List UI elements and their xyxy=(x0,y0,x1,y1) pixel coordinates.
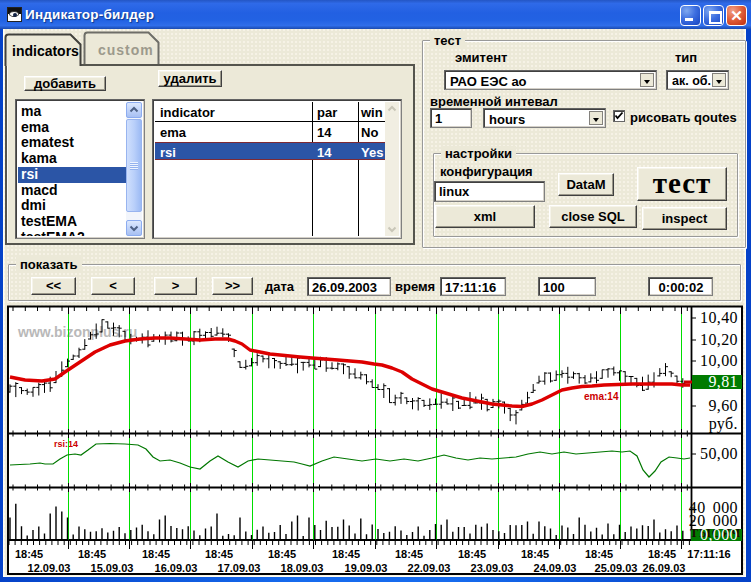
svg-text:26.09.03: 26.09.03 xyxy=(643,562,686,574)
svg-text:18:45: 18:45 xyxy=(142,548,170,560)
svg-text:18:45: 18:45 xyxy=(585,548,613,560)
svg-text:18:45: 18:45 xyxy=(458,548,486,560)
svg-text:rsi:14: rsi:14 xyxy=(54,439,78,449)
svg-text:18:45: 18:45 xyxy=(521,548,549,560)
svg-text:50,00: 50,00 xyxy=(700,445,738,462)
svg-text:25.09.03: 25.09.03 xyxy=(595,562,638,574)
svg-text:0,000: 0,000 xyxy=(700,526,738,543)
svg-text:12.09.03: 12.09.03 xyxy=(28,562,71,574)
svg-text:18:45: 18:45 xyxy=(268,548,296,560)
svg-text:10,20: 10,20 xyxy=(700,331,738,348)
svg-text:18:45: 18:45 xyxy=(15,548,43,560)
svg-text:18.09.03: 18.09.03 xyxy=(281,562,324,574)
svg-text:18:45: 18:45 xyxy=(205,548,233,560)
svg-text:18:45: 18:45 xyxy=(78,548,106,560)
svg-text:17.09.03: 17.09.03 xyxy=(218,562,261,574)
svg-text:19.09.03: 19.09.03 xyxy=(345,562,388,574)
svg-text:18:45: 18:45 xyxy=(332,548,360,560)
svg-text:22.09.03: 22.09.03 xyxy=(408,562,451,574)
svg-text:9,60: 9,60 xyxy=(708,397,738,414)
svg-text:руб.: руб. xyxy=(709,415,738,433)
svg-text:custom: custom xyxy=(98,42,154,58)
svg-text:ema:14: ema:14 xyxy=(584,391,619,402)
svg-text:9,81: 9,81 xyxy=(708,373,738,390)
svg-text:18:45: 18:45 xyxy=(395,548,423,560)
svg-text:indicators: indicators xyxy=(12,43,79,59)
svg-text:24.09.03: 24.09.03 xyxy=(534,562,577,574)
svg-text:17:11:16: 17:11:16 xyxy=(687,548,730,560)
svg-text:10,40: 10,40 xyxy=(700,309,738,326)
svg-text:10,00: 10,00 xyxy=(700,352,738,369)
svg-text:16.09.03: 16.09.03 xyxy=(155,562,198,574)
svg-text:15.09.03: 15.09.03 xyxy=(91,562,134,574)
svg-text:23.09.03: 23.09.03 xyxy=(471,562,514,574)
svg-text:18:45: 18:45 xyxy=(648,548,676,560)
